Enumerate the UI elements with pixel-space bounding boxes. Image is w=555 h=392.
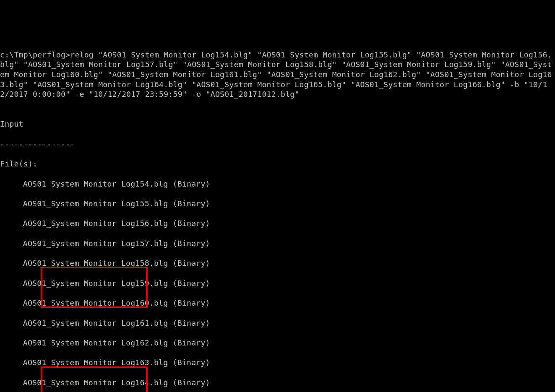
command-text: relog "AOS01_System Monitor Log154.blg" … <box>0 50 552 99</box>
files-heading: File(s): <box>0 159 555 169</box>
input-file: AOS01_System Monitor Log156.blg (Binary) <box>0 218 555 228</box>
input-file: AOS01_System Monitor Log161.blg (Binary) <box>0 318 555 328</box>
input-file: AOS01_System Monitor Log162.blg (Binary) <box>0 338 555 348</box>
divider: ---------------- <box>0 139 555 149</box>
input-file: AOS01_System Monitor Log158.blg (Binary) <box>0 258 555 268</box>
input-file: AOS01_System Monitor Log163.blg (Binary) <box>0 358 555 368</box>
input-heading: Input <box>0 119 555 129</box>
command-line: c:\Tmp\perflog>relog "AOS01_System Monit… <box>0 50 555 100</box>
input-file: AOS01_System Monitor Log154.blg (Binary) <box>0 179 555 189</box>
input-file: AOS01_System Monitor Log160.blg (Binary) <box>0 298 555 308</box>
input-file: AOS01_System Monitor Log155.blg (Binary) <box>0 199 555 209</box>
input-file: AOS01_System Monitor Log157.blg (Binary) <box>0 239 555 249</box>
input-file: AOS01_System Monitor Log164.blg (Binary) <box>0 378 555 388</box>
input-file: AOS01_System Monitor Log159.blg (Binary) <box>0 278 555 288</box>
prompt: c:\Tmp\perflog> <box>0 50 70 59</box>
terminal-output[interactable]: c:\Tmp\perflog>relog "AOS01_System Monit… <box>0 40 555 392</box>
